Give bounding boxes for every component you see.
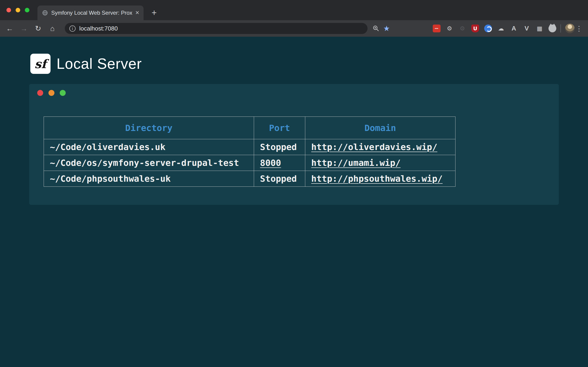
window-controls [6, 8, 29, 12]
domain-cell: http://phpsouthwales.wip/ [305, 171, 456, 187]
new-tab-button[interactable]: + [149, 8, 159, 17]
port-link[interactable]: 8000 [260, 158, 281, 168]
port-status-cell: 8000 [254, 155, 305, 171]
column-header-domain: Domain [305, 117, 456, 139]
symfony-logo-icon: sf [30, 54, 51, 74]
bookmark-star-icon[interactable]: ★ [381, 23, 392, 34]
profile-avatar[interactable] [565, 24, 575, 33]
tab-strip: Symfony Local Web Server: Prox ✕ + [0, 0, 588, 20]
extension-grid-icon[interactable]: ▦ [536, 25, 544, 32]
forward-button[interactable]: → [19, 23, 29, 33]
close-tab-icon[interactable]: ✕ [135, 10, 139, 16]
domain-link[interactable]: http://umami.wip/ [311, 158, 401, 168]
extension-blue-circle-icon[interactable] [484, 25, 492, 32]
page-content: sf Local Server Directory Port Domain ~/… [0, 37, 588, 367]
favicon-globe-icon [42, 10, 48, 16]
browser-toolbar: ← → ↻ ⌂ i localhost:7080 ★ ••• ⚙ ⚙ U ☁ A… [0, 20, 588, 37]
back-button[interactable]: ← [5, 23, 15, 33]
column-header-port: Port [254, 117, 305, 139]
domain-cell: http://oliverdavies.wip/ [305, 139, 456, 155]
browser-menu-icon[interactable]: ⋮ [575, 25, 583, 33]
domain-cell: http://umami.wip/ [305, 155, 456, 171]
column-header-directory: Directory [44, 117, 254, 139]
close-window-button[interactable] [6, 8, 11, 12]
card-green-dot-icon [60, 90, 66, 96]
page-title: Local Server [57, 55, 142, 72]
card-orange-dot-icon [48, 90, 54, 96]
card-red-dot-icon [37, 90, 43, 96]
site-info-icon[interactable]: i [69, 25, 76, 32]
toolbar-divider [561, 24, 561, 33]
domain-link[interactable]: http://oliverdavies.wip/ [311, 142, 437, 152]
extension-gear-dark-icon[interactable]: ⚙ [458, 25, 466, 32]
extension-v-icon[interactable]: V [523, 25, 531, 32]
extension-a-icon[interactable]: A [510, 25, 518, 32]
port-status-cell: Stopped [254, 139, 305, 155]
extension-ublock-icon[interactable]: U [471, 25, 479, 32]
server-card: Directory Port Domain ~/Code/oliverdavie… [29, 84, 559, 205]
address-bar[interactable]: i localhost:7080 [65, 23, 367, 34]
zoom-icon[interactable] [371, 23, 381, 34]
tab-title: Symfony Local Web Server: Prox [51, 10, 133, 16]
card-window-dots [37, 90, 66, 96]
servers-table: Directory Port Domain ~/Code/oliverdavie… [44, 117, 456, 187]
minimize-window-button[interactable] [16, 8, 20, 12]
table-row: ~/Code/os/symfony-server-drupal-test 800… [44, 155, 456, 171]
extension-red-dots-icon[interactable]: ••• [433, 25, 441, 32]
extension-cloud-icon[interactable]: ☁ [497, 25, 505, 32]
extension-gear-light-icon[interactable]: ⚙ [446, 25, 453, 32]
browser-tab[interactable]: Symfony Local Web Server: Prox ✕ [37, 6, 144, 20]
reload-button[interactable]: ↻ [33, 23, 43, 33]
domain-link[interactable]: http://phpsouthwales.wip/ [311, 174, 443, 184]
port-status-cell: Stopped [254, 171, 305, 187]
directory-cell: ~/Code/phpsouthwales-uk [44, 171, 254, 187]
url-text[interactable]: localhost:7080 [79, 25, 118, 32]
extension-github-icon[interactable] [548, 25, 556, 32]
table-header-row: Directory Port Domain [44, 117, 456, 139]
extensions-area: ••• ⚙ ⚙ U ☁ A V ▦ [433, 25, 556, 32]
home-button[interactable]: ⌂ [47, 23, 57, 33]
table-row: ~/Code/oliverdavies.uk Stopped http://ol… [44, 139, 456, 155]
table-row: ~/Code/phpsouthwales-uk Stopped http://p… [44, 171, 456, 187]
directory-cell: ~/Code/os/symfony-server-drupal-test [44, 155, 254, 171]
directory-cell: ~/Code/oliverdavies.uk [44, 139, 254, 155]
brand-header: sf Local Server [30, 54, 142, 74]
fullscreen-window-button[interactable] [25, 8, 29, 12]
